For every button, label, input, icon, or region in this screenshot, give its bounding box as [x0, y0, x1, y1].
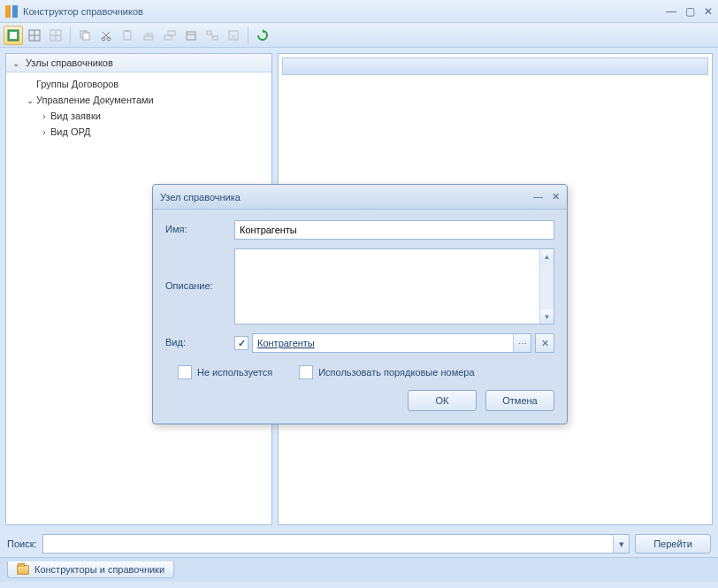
folder-icon	[17, 565, 29, 575]
window-controls: — ▢ ✕	[666, 5, 713, 18]
cancel-button[interactable]: Отмена	[485, 390, 554, 411]
name-row: Имя:	[165, 220, 554, 240]
new-node-button[interactable]	[4, 26, 23, 45]
edit-text-button[interactable]: abc	[139, 26, 158, 45]
description-row: Описание: ▲ ▼	[165, 248, 554, 325]
maximize-button[interactable]: ▢	[685, 5, 695, 18]
chevron-down-icon: ▾	[619, 538, 624, 550]
not-used-label: Не используется	[197, 367, 272, 378]
grid-disabled-icon	[50, 29, 62, 42]
svg-rect-18	[187, 32, 195, 40]
description-label: Описание:	[165, 248, 234, 291]
dialog-body: Имя: Описание: ▲ ▼ Вид: ⋯	[153, 210, 567, 424]
name-input[interactable]	[234, 220, 554, 240]
kind-clear-button[interactable]: ✕	[535, 333, 554, 353]
use-ordinal-option[interactable]: Использовать порядковые номера	[299, 365, 474, 379]
tab-bar: Конструкторы и справочники	[0, 557, 718, 582]
excel-icon: X	[227, 29, 240, 42]
description-input[interactable]	[235, 249, 539, 324]
content-header-strip	[282, 57, 708, 75]
tab-constructors[interactable]: Конструкторы и справочники	[7, 561, 174, 578]
use-ordinal-checkbox[interactable]	[299, 365, 313, 379]
edit-text-icon: abc	[142, 29, 155, 42]
cut-button[interactable]	[96, 26, 116, 45]
relations-icon	[206, 29, 218, 42]
scroll-up-icon[interactable]: ▲	[540, 249, 554, 263]
search-label: Поиск:	[7, 538, 37, 549]
window-title: Конструктор справочников	[23, 6, 666, 17]
title-bar: Конструктор справочников — ▢ ✕	[0, 0, 718, 23]
dialog-close-button[interactable]: ✕	[552, 191, 560, 202]
relations-button[interactable]	[202, 26, 222, 45]
svg-rect-16	[164, 35, 172, 40]
kind-input[interactable]	[253, 334, 513, 352]
tree-item-label: Вид ОРД	[50, 126, 91, 137]
new-node-icon	[7, 29, 19, 42]
tree-item-groups[interactable]: Группы Договоров	[6, 76, 271, 92]
refresh-button[interactable]	[253, 26, 272, 45]
grid-button[interactable]	[25, 26, 44, 45]
name-label: Имя:	[165, 220, 234, 234]
dialog-controls: — ✕	[533, 191, 560, 202]
tree-item-label: Группы Договоров	[36, 79, 118, 89]
node-dialog: Узел справочника — ✕ Имя: Описание: ▲ ▼ …	[152, 184, 568, 424]
calendar-icon	[185, 29, 197, 42]
go-button[interactable]: Перейти	[635, 534, 711, 554]
search-combo[interactable]: ▾	[42, 534, 630, 554]
tree-item-request-type[interactable]: › Вид заявки	[6, 108, 271, 124]
close-button[interactable]: ✕	[704, 5, 713, 18]
dialog-minimize-button[interactable]: —	[533, 191, 543, 202]
calendar-button[interactable]	[181, 26, 201, 45]
dialog-title: Узел справочника	[160, 192, 533, 202]
search-dropdown-button[interactable]: ▾	[613, 535, 629, 553]
copy-button[interactable]	[75, 26, 95, 45]
batch-text-button[interactable]	[160, 26, 180, 45]
scroll-down-icon[interactable]: ▼	[540, 309, 554, 324]
use-ordinal-label: Использовать порядковые номера	[318, 367, 474, 378]
expand-icon[interactable]: ›	[40, 111, 49, 121]
svg-text:abc: abc	[145, 31, 154, 36]
x-icon: ✕	[541, 338, 549, 349]
kind-input-wrap: ⋯	[252, 333, 531, 353]
collapse-icon[interactable]: ⌄	[11, 58, 20, 68]
ok-button[interactable]: ОК	[408, 390, 477, 411]
copy-icon	[79, 29, 91, 42]
expand-icon[interactable]: ›	[40, 127, 49, 137]
tree-root[interactable]: ⌄ Узлы справочников	[6, 54, 271, 73]
refresh-icon	[256, 29, 269, 42]
not-used-option[interactable]: Не используется	[178, 365, 272, 379]
svg-rect-14	[144, 36, 153, 40]
batch-text-icon	[164, 29, 176, 42]
app-icon	[5, 5, 18, 18]
excel-button[interactable]: X	[224, 26, 243, 45]
dialog-title-bar[interactable]: Узел справочника — ✕	[153, 185, 567, 210]
kind-row: Вид: ⋯ ✕	[165, 333, 554, 353]
svg-rect-1	[10, 32, 17, 39]
tree-item-ord-type[interactable]: › Вид ОРД	[6, 124, 271, 140]
scrollbar[interactable]: ▲ ▼	[539, 249, 554, 324]
toolbar-separator	[70, 27, 71, 44]
kind-label: Вид:	[165, 333, 234, 347]
svg-line-22	[211, 33, 213, 38]
minimize-button[interactable]: —	[666, 5, 676, 18]
toolbar: abc X	[0, 23, 718, 48]
search-input[interactable]	[43, 535, 613, 553]
kind-checkbox[interactable]	[234, 336, 248, 350]
grid-disabled-button[interactable]	[46, 26, 65, 45]
kind-lookup-button[interactable]: ⋯	[513, 334, 531, 352]
tab-label: Конструкторы и справочники	[34, 564, 164, 575]
svg-rect-13	[126, 30, 129, 32]
svg-rect-20	[207, 31, 211, 34]
tree-item-doc-mgmt[interactable]: ⌄ Управление Документами	[6, 92, 271, 108]
tree-item-label: Управление Документами	[36, 95, 154, 105]
svg-text:X: X	[231, 33, 236, 41]
dialog-buttons: ОК Отмена	[165, 390, 554, 415]
not-used-checkbox[interactable]	[178, 365, 192, 379]
svg-rect-12	[124, 31, 131, 40]
tree-root-label: Узлы справочников	[26, 57, 113, 68]
paste-button[interactable]	[118, 26, 137, 45]
grid-icon	[28, 29, 41, 42]
toolbar-separator	[248, 27, 248, 44]
collapse-icon[interactable]: ⌄	[26, 95, 34, 105]
cut-icon	[100, 29, 112, 42]
